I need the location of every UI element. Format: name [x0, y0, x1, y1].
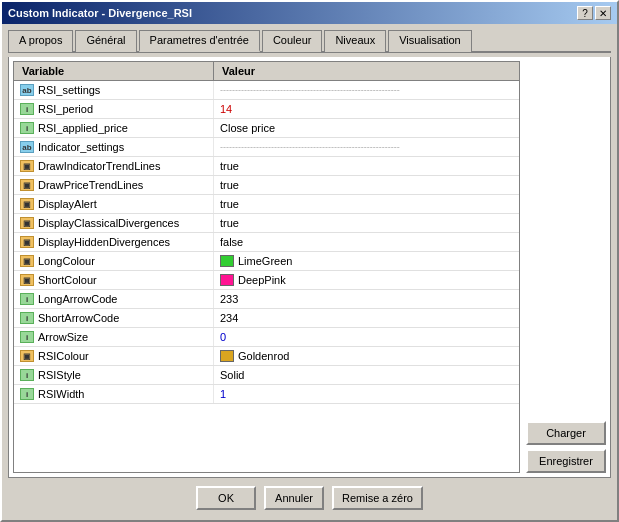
type-icon: ▣ — [20, 217, 34, 229]
table-row[interactable]: ab RSI_settings ------------------------… — [14, 81, 519, 100]
table-row[interactable]: i LongArrowCode 233 — [14, 290, 519, 309]
ok-button[interactable]: OK — [196, 486, 256, 510]
td-value[interactable]: 0 — [214, 328, 519, 346]
table-header: Variable Valeur — [14, 62, 519, 81]
td-variable: i RSIWidth — [14, 385, 214, 403]
table-row[interactable]: ▣ ShortColour DeepPink — [14, 271, 519, 290]
type-icon: ▣ — [20, 236, 34, 248]
type-icon: ▣ — [20, 160, 34, 172]
color-swatch — [220, 255, 234, 267]
td-value[interactable]: DeepPink — [214, 271, 519, 289]
td-value[interactable]: 233 — [214, 290, 519, 308]
window-title: Custom Indicator - Divergence_RSI — [8, 7, 192, 19]
type-icon: ab — [20, 84, 34, 96]
tab-bar: A propos Général Parametres d'entrée Cou… — [8, 30, 611, 53]
save-button[interactable]: Enregistrer — [526, 449, 606, 473]
color-swatch — [220, 274, 234, 286]
value-text: Close price — [220, 122, 275, 134]
type-icon: i — [20, 293, 34, 305]
table-row[interactable]: ▣ DisplayAlert true — [14, 195, 519, 214]
table-row[interactable]: i RSIWidth 1 — [14, 385, 519, 404]
table-row[interactable]: ▣ DisplayHiddenDivergences false — [14, 233, 519, 252]
type-icon: i — [20, 103, 34, 115]
td-value[interactable]: LimeGreen — [214, 252, 519, 270]
variable-name: Indicator_settings — [38, 141, 124, 153]
value-text: true — [220, 179, 239, 191]
variable-name: LongArrowCode — [38, 293, 118, 305]
tab-parametres[interactable]: Parametres d'entrée — [139, 30, 260, 52]
td-value[interactable]: 234 — [214, 309, 519, 327]
side-buttons: Charger Enregistrer — [526, 61, 606, 473]
table-row[interactable]: i ShortArrowCode 234 — [14, 309, 519, 328]
value-text: 234 — [220, 312, 238, 324]
td-value[interactable]: ----------------------------------------… — [214, 138, 519, 156]
table-row[interactable]: i ArrowSize 0 — [14, 328, 519, 347]
separator-value: ----------------------------------------… — [220, 142, 400, 152]
help-button[interactable]: ? — [577, 6, 593, 20]
tab-general[interactable]: Général — [75, 30, 136, 52]
color-swatch — [220, 350, 234, 362]
variable-name: ShortArrowCode — [38, 312, 119, 324]
type-icon: i — [20, 312, 34, 324]
tab-apropos[interactable]: A propos — [8, 30, 73, 52]
col-variable: Variable — [14, 62, 214, 80]
variable-name: RSI_applied_price — [38, 122, 128, 134]
type-icon: ▣ — [20, 274, 34, 286]
type-icon: ▣ — [20, 350, 34, 362]
table-row[interactable]: ▣ LongColour LimeGreen — [14, 252, 519, 271]
bottom-buttons: OK Annuler Remise a zéro — [8, 482, 611, 514]
td-variable: i RSIStyle — [14, 366, 214, 384]
table-row[interactable]: ▣ RSIColour Goldenrod — [14, 347, 519, 366]
variable-name: DisplayHiddenDivergences — [38, 236, 170, 248]
td-variable: ▣ DrawIndicatorTrendLines — [14, 157, 214, 175]
table-row[interactable]: i RSI_applied_price Close price — [14, 119, 519, 138]
td-value[interactable]: Solid — [214, 366, 519, 384]
table-row[interactable]: i RSIStyle Solid — [14, 366, 519, 385]
variable-name: DrawIndicatorTrendLines — [38, 160, 160, 172]
td-variable: ▣ DisplayAlert — [14, 195, 214, 213]
td-variable: ab Indicator_settings — [14, 138, 214, 156]
separator-value: ----------------------------------------… — [220, 85, 400, 95]
tab-visualisation[interactable]: Visualisation — [388, 30, 472, 52]
value-text: LimeGreen — [238, 255, 292, 267]
value-text: 14 — [220, 103, 232, 115]
title-bar-buttons: ? ✕ — [577, 6, 611, 20]
table-row[interactable]: ▣ DisplayClassicalDivergences true — [14, 214, 519, 233]
td-variable: i LongArrowCode — [14, 290, 214, 308]
td-variable: i RSI_period — [14, 100, 214, 118]
value-text: Goldenrod — [238, 350, 289, 362]
td-value[interactable]: true — [214, 214, 519, 232]
td-value[interactable]: true — [214, 176, 519, 194]
td-value[interactable]: true — [214, 195, 519, 213]
type-icon: i — [20, 122, 34, 134]
table-row[interactable]: ▣ DrawPriceTrendLines true — [14, 176, 519, 195]
value-text: true — [220, 198, 239, 210]
table-row[interactable]: i RSI_period 14 — [14, 100, 519, 119]
variable-name: DrawPriceTrendLines — [38, 179, 143, 191]
td-value[interactable]: Close price — [214, 119, 519, 137]
td-variable: ▣ DrawPriceTrendLines — [14, 176, 214, 194]
table-row[interactable]: ab Indicator_settings ------------------… — [14, 138, 519, 157]
value-text: 0 — [220, 331, 226, 343]
table-row[interactable]: ▣ DrawIndicatorTrendLines true — [14, 157, 519, 176]
title-bar: Custom Indicator - Divergence_RSI ? ✕ — [2, 2, 617, 24]
value-text: true — [220, 217, 239, 229]
variable-name: RSIStyle — [38, 369, 81, 381]
type-icon: i — [20, 331, 34, 343]
load-button[interactable]: Charger — [526, 421, 606, 445]
td-value[interactable]: 14 — [214, 100, 519, 118]
tab-couleur[interactable]: Couleur — [262, 30, 323, 52]
td-value[interactable]: false — [214, 233, 519, 251]
variable-name: DisplayClassicalDivergences — [38, 217, 179, 229]
reset-button[interactable]: Remise a zéro — [332, 486, 423, 510]
td-value[interactable]: Goldenrod — [214, 347, 519, 365]
parameters-table: Variable Valeur ab RSI_settings --------… — [13, 61, 520, 473]
type-icon: ▣ — [20, 198, 34, 210]
td-value[interactable]: true — [214, 157, 519, 175]
cancel-button[interactable]: Annuler — [264, 486, 324, 510]
td-value[interactable]: 1 — [214, 385, 519, 403]
close-button[interactable]: ✕ — [595, 6, 611, 20]
tab-niveaux[interactable]: Niveaux — [324, 30, 386, 52]
type-icon: ▣ — [20, 179, 34, 191]
td-value[interactable]: ----------------------------------------… — [214, 81, 519, 99]
